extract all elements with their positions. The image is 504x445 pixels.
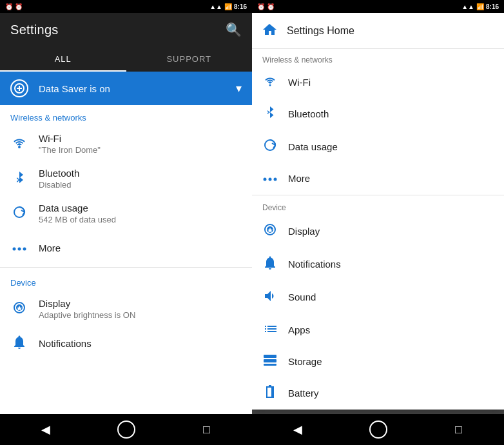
svg-point-12	[274, 178, 277, 181]
svg-point-11	[269, 178, 272, 181]
dropdown-display-text: Display	[288, 226, 320, 237]
left-header: Settings 🔍	[0, 13, 252, 46]
dropdown-display-icon	[262, 222, 278, 240]
data-saver-banner[interactable]: Data Saver is on ▾	[0, 72, 252, 105]
svg-rect-15	[264, 364, 276, 366]
divider-1	[0, 267, 252, 268]
home-button-right[interactable]	[369, 420, 387, 439]
notifications-item[interactable]: Notifications	[0, 326, 252, 360]
svg-point-10	[264, 178, 267, 181]
nav-bar-left: ◀ □	[0, 414, 252, 445]
dropdown-more[interactable]: More	[252, 163, 504, 193]
svg-point-6	[18, 247, 21, 250]
bluetooth-subtitle: Disabled	[39, 180, 242, 190]
section-device-header: Device	[0, 270, 252, 292]
more-title: More	[39, 242, 242, 253]
more-item[interactable]: More	[0, 231, 252, 264]
dropdown-storage-icon	[262, 354, 278, 369]
status-clock-left: ⏰	[5, 3, 13, 10]
dropdown-apps[interactable]: Apps	[252, 313, 504, 346]
recent-button-left[interactable]: □	[188, 423, 226, 437]
bottom-nav-area: ◀ □ ◀ □	[0, 414, 504, 445]
dropdown-notifications-icon	[262, 255, 278, 273]
dropdown-more-text: More	[288, 173, 310, 184]
home-icon	[262, 22, 276, 39]
bluetooth-title: Bluetooth	[39, 168, 242, 179]
more-content: More	[39, 242, 242, 253]
dropdown-storage-text: Storage	[288, 356, 322, 367]
dropdown-wifi-icon	[262, 75, 278, 90]
notifications-icon	[10, 335, 28, 352]
tab-all-left[interactable]: ALL	[0, 46, 126, 72]
wifi-icon	[10, 137, 28, 152]
display-title: Display	[39, 298, 242, 309]
status-signal-left: ▲▲	[209, 3, 222, 10]
dropdown-bluetooth[interactable]: Bluetooth	[252, 97, 504, 130]
status-alarm-left: ⏰	[15, 3, 23, 10]
display-item[interactable]: Display Adaptive brightness is ON	[0, 292, 252, 326]
dropdown-data-icon	[262, 138, 278, 155]
status-wifi-left: 📶	[224, 3, 232, 10]
data-saver-icon	[10, 79, 28, 97]
status-time-left: 8:16	[234, 3, 247, 10]
dropdown-notifications[interactable]: Notifications	[252, 248, 504, 281]
bluetooth-icon	[10, 170, 28, 188]
bluetooth-content: Bluetooth Disabled	[39, 168, 242, 190]
dropdown-battery-text: Battery	[288, 388, 319, 399]
dropdown-display[interactable]: Display	[252, 215, 504, 248]
settings-home-item[interactable]: Settings Home	[252, 13, 504, 49]
back-button-left[interactable]: ◀	[26, 422, 65, 437]
dropdown-data-text: Data usage	[288, 141, 338, 152]
dropdown-sound[interactable]: Sound	[252, 281, 504, 313]
dropdown-battery-icon	[262, 384, 278, 402]
svg-point-5	[13, 247, 16, 250]
status-alarm-right: ⏰	[267, 3, 275, 10]
dropdown-menu: Settings Home Wireless & networks Wi-Fi	[252, 13, 504, 410]
recent-button-right[interactable]: □	[440, 423, 478, 437]
search-icon[interactable]: 🔍	[226, 22, 242, 37]
dropdown-storage[interactable]: Storage	[252, 346, 504, 377]
dropdown-apps-text: Apps	[288, 324, 310, 335]
status-time-right: 8:16	[486, 3, 499, 10]
dropdown-wifi[interactable]: Wi-Fi	[252, 67, 504, 97]
data-usage-item[interactable]: Data usage 542 MB of data used	[0, 196, 252, 231]
data-saver-chevron: ▾	[236, 81, 242, 95]
svg-rect-13	[264, 355, 276, 358]
status-signal-right: ▲▲	[461, 3, 474, 10]
dropdown-battery[interactable]: Battery	[252, 377, 504, 410]
back-button-right[interactable]: ◀	[278, 422, 317, 437]
dropdown-wireless-header: Wireless & networks	[252, 49, 504, 67]
wifi-title: Wi-Fi	[39, 133, 242, 144]
status-wifi-right: 📶	[476, 3, 484, 10]
data-usage-icon	[10, 205, 28, 222]
svg-point-3	[18, 146, 21, 148]
bluetooth-item[interactable]: Bluetooth Disabled	[0, 161, 252, 196]
wifi-item[interactable]: Wi-Fi "The Iron Dome"	[0, 126, 252, 161]
settings-title: Settings	[10, 23, 59, 37]
svg-rect-14	[264, 359, 276, 362]
display-subtitle: Adaptive brightness is ON	[39, 310, 242, 320]
dropdown-more-icon	[262, 171, 278, 186]
dropdown-wifi-text: Wi-Fi	[288, 77, 311, 88]
svg-point-8	[269, 84, 271, 86]
more-icon	[10, 241, 28, 255]
display-icon	[10, 301, 28, 318]
svg-point-7	[23, 247, 26, 250]
left-tabs: ALL SUPPORT	[0, 46, 252, 72]
dropdown-sound-icon	[262, 288, 278, 306]
dropdown-notifications-text: Notifications	[288, 259, 341, 270]
dropdown-bluetooth-icon	[262, 105, 278, 123]
dropdown-device-header: Device	[252, 197, 504, 215]
data-usage-content: Data usage 542 MB of data used	[39, 203, 242, 224]
settings-home-text: Settings Home	[287, 25, 354, 37]
notifications-content: Notifications	[39, 338, 242, 349]
dropdown-data-usage[interactable]: Data usage	[252, 130, 504, 163]
dropdown-apps-icon	[262, 321, 278, 339]
data-usage-title: Data usage	[39, 203, 242, 213]
wifi-subtitle: "The Iron Dome"	[39, 145, 242, 155]
home-button-left[interactable]	[117, 420, 135, 439]
status-clock-right: ⏰	[257, 3, 265, 10]
notifications-title: Notifications	[39, 338, 242, 349]
dropdown-divider	[252, 195, 504, 195]
tab-support-left[interactable]: SUPPORT	[126, 46, 253, 72]
